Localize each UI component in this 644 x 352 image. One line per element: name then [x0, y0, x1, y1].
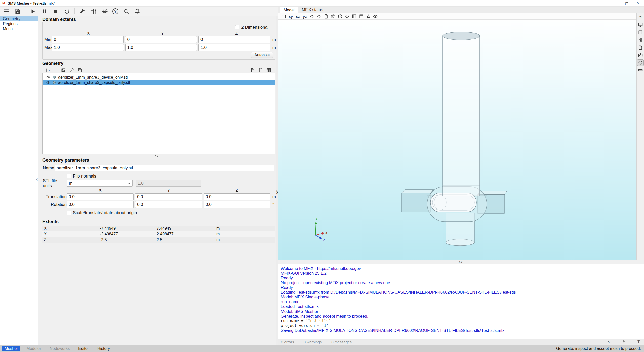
geometry-file-list[interactable]: aerolizer_1mm_share3_device_only.stl aer… [42, 73, 275, 154]
extents-max: 7.44949 [157, 226, 216, 231]
stop-icon[interactable] [52, 8, 59, 15]
notifications-bell-icon[interactable] [134, 8, 141, 15]
sidebar-item-mesh[interactable]: Mesh [0, 26, 38, 31]
stl-units-dropdown[interactable]: m [67, 180, 133, 187]
visibility-eye-icon[interactable] [46, 80, 50, 85]
model-viewport[interactable]: Y X Z [278, 20, 636, 260]
notes-icon[interactable] [637, 44, 644, 51]
translation-x-input[interactable] [67, 193, 134, 200]
help-icon[interactable]: ? [112, 8, 118, 14]
menu-icon[interactable] [3, 8, 10, 15]
console-status-bar: 0 errors 0 warnings 0 messages × T [278, 339, 644, 345]
tab-mfix-status[interactable]: MFiX status [298, 7, 327, 13]
mode-tab-editor[interactable]: Editor [76, 346, 91, 351]
copy-icon[interactable] [77, 67, 83, 73]
cone-icon[interactable] [365, 14, 371, 19]
visibility-eye-icon[interactable] [372, 14, 378, 19]
perspective-cube-icon[interactable] [337, 14, 343, 19]
mode-tab-nodeworks[interactable]: Nodeworks [47, 346, 72, 351]
save-icon[interactable] [14, 8, 21, 15]
geometry-file-row-selected[interactable]: aerolizer_1mm_share3_capsule_only.stl [43, 80, 275, 85]
extents-max: 2.5 [157, 238, 216, 242]
grid-icon[interactable] [266, 67, 272, 73]
expand-panel-icon[interactable]: ❯ [275, 190, 279, 194]
rotate-cw-icon[interactable] [316, 14, 322, 19]
add-geometry-icon[interactable]: ▾ [44, 67, 50, 73]
rotate-ccw-icon[interactable] [309, 14, 315, 19]
rotation-x-input[interactable] [67, 201, 134, 208]
save-image-icon[interactable] [323, 14, 329, 19]
rotation-row: Rotation ° [38, 201, 276, 208]
run-icon[interactable] [29, 8, 37, 15]
panel-splitter-handle[interactable]: ∧∨ [154, 154, 158, 158]
settings-gear-icon[interactable] [101, 8, 109, 15]
two-dimensional-checkbox[interactable] [235, 25, 239, 29]
layers-icon[interactable] [358, 14, 364, 19]
minimize-button[interactable]: – [609, 0, 621, 6]
about-origin-checkbox[interactable] [67, 211, 71, 215]
view-yz-icon[interactable]: yz [302, 14, 308, 19]
reset-icon[interactable] [63, 8, 71, 15]
ruler-icon[interactable] [637, 67, 644, 73]
min-y-input[interactable] [125, 36, 197, 43]
grid-icon[interactable] [351, 14, 357, 19]
collapse-left-panel-icon[interactable]: ‹ [36, 176, 38, 183]
remove-geometry-icon[interactable] [52, 67, 58, 73]
image-icon[interactable] [60, 67, 66, 73]
geometry-file-row[interactable]: aerolizer_1mm_share3_device_only.stl [43, 75, 275, 80]
translation-y-input[interactable] [135, 193, 202, 200]
flip-normals-checkbox[interactable] [67, 174, 71, 178]
collapse-panel-icon[interactable]: ◀ [639, 15, 641, 18]
max-z-input[interactable] [198, 44, 270, 51]
axes-icon[interactable] [344, 14, 350, 19]
translation-z-input[interactable] [204, 193, 270, 200]
sidebar-item-geometry[interactable]: Geometry [0, 16, 38, 21]
mode-tab-history[interactable]: History [95, 346, 112, 351]
palette-icon[interactable] [637, 59, 644, 66]
svg-text:Y: Y [315, 217, 318, 221]
screenshot-camera-icon[interactable] [330, 14, 336, 19]
sliders-icon[interactable] [637, 37, 644, 43]
max-y-input[interactable] [125, 44, 197, 51]
view-xz-icon[interactable]: xz [295, 14, 301, 19]
max-x-input[interactable] [52, 44, 124, 51]
text-size-icon[interactable]: T [636, 339, 641, 344]
domain-column-headers: X Y Z [38, 30, 276, 37]
console-splitter-handle[interactable]: ∧∨ [459, 260, 463, 264]
mode-tab-modeler[interactable]: Modeler [24, 346, 44, 351]
message-count: 0 messages [331, 340, 352, 344]
title-bar: M SMS Mesher - Test-stls.mfx* – ▢ ✕ [0, 0, 644, 7]
clear-console-icon[interactable]: × [606, 339, 611, 344]
build-wrench-icon[interactable] [78, 8, 86, 15]
geometry-name-input[interactable] [55, 165, 274, 171]
autosize-button[interactable]: Autosize [251, 52, 273, 58]
visibility-eye-icon[interactable] [46, 75, 50, 79]
save-log-icon[interactable] [621, 339, 626, 344]
sidebar-item-regions[interactable]: Regions [0, 21, 38, 26]
display-icon[interactable] [637, 22, 644, 28]
search-icon[interactable] [122, 8, 130, 15]
duplicate-icon[interactable] [249, 67, 255, 73]
rotation-y-input[interactable] [135, 201, 202, 208]
parameters-sliders-icon[interactable] [90, 8, 97, 15]
min-unit-label: m [272, 37, 276, 42]
extents-max: 2.498477 [157, 232, 216, 236]
wand-icon[interactable] [69, 67, 75, 73]
rotation-z-input[interactable] [204, 201, 270, 208]
pause-icon[interactable] [41, 8, 48, 15]
tab-model[interactable]: Model [280, 7, 298, 13]
reset-view-icon[interactable] [280, 14, 287, 19]
maximize-button[interactable]: ▢ [621, 0, 632, 6]
grid-icon[interactable] [637, 29, 644, 36]
view-xy-icon[interactable]: xy [288, 14, 294, 19]
camera-icon[interactable] [637, 52, 644, 58]
mode-tab-mesher[interactable]: Mesher [2, 346, 20, 351]
min-z-input[interactable] [198, 36, 270, 43]
close-button[interactable]: ✕ [632, 0, 644, 6]
panel-viewport-splitter[interactable]: ❯ [276, 16, 278, 345]
viewport-console-splitter[interactable]: ∧∨ [278, 260, 644, 264]
min-x-input[interactable] [52, 36, 124, 43]
console-output[interactable]: Welcome to MFiX - https://mfix.netl.doe.… [278, 264, 644, 339]
tab-add[interactable]: + [327, 7, 333, 13]
page-icon[interactable] [258, 67, 264, 73]
